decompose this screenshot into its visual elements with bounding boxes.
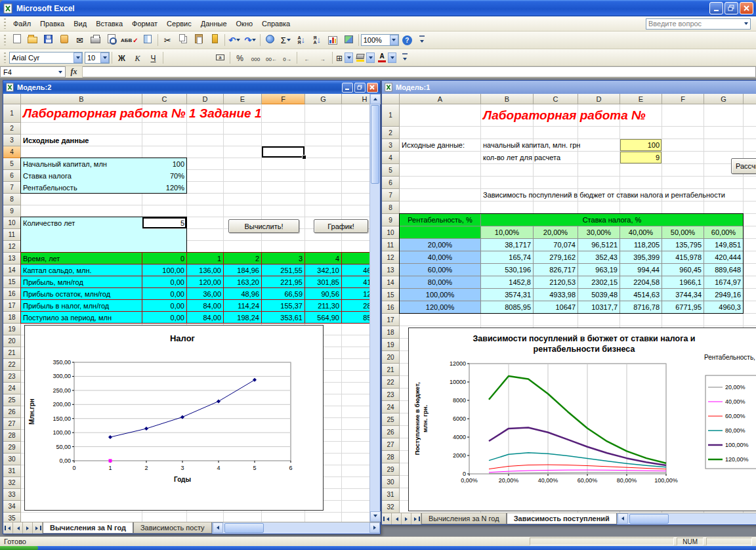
vertical-scrollbar[interactable]	[369, 94, 380, 522]
cell-B17[interactable]	[481, 314, 534, 326]
cell-C18[interactable]: 0,00	[142, 312, 187, 324]
row-header-27[interactable]: 27	[382, 438, 400, 451]
cell-G4[interactable]	[305, 146, 342, 158]
merge-center-button[interactable]: а	[213, 51, 228, 65]
sheet-tab-left-0[interactable]: Вычисления за N год	[43, 522, 133, 534]
insert-hyperlink-button[interactable]	[262, 33, 278, 47]
cell-C15[interactable]: 0,00	[142, 276, 187, 288]
cell-G16[interactable]: 90,56	[305, 288, 342, 300]
row-header-15[interactable]: 15	[382, 289, 400, 301]
cell-G12[interactable]	[305, 241, 342, 253]
cell-G17[interactable]	[704, 314, 744, 326]
cell-E3[interactable]	[224, 135, 262, 146]
cell-B9[interactable]	[21, 205, 142, 217]
print-button[interactable]	[88, 33, 103, 47]
row-header-10[interactable]: 10	[3, 217, 21, 229]
cell-F16[interactable]: 6771,95	[662, 301, 704, 314]
cell-B35[interactable]	[21, 513, 142, 522]
borders-dropdown-icon[interactable]	[345, 53, 353, 63]
cell-B13[interactable]: 530,196	[481, 264, 534, 276]
percent-button[interactable]: %	[232, 51, 247, 65]
cell-B18[interactable]: Поступило за период, млн	[21, 312, 142, 324]
cell-E4[interactable]	[224, 146, 262, 158]
first-sheet-button[interactable]	[382, 513, 392, 524]
sheet-tab-left-1[interactable]: Зависимость посту	[133, 522, 212, 534]
cell-F15[interactable]: 3744,34	[662, 289, 704, 301]
cell-C5[interactable]	[534, 164, 578, 177]
row-header-29[interactable]: 29	[3, 442, 21, 454]
cell-G8[interactable]	[704, 201, 744, 214]
row-header-15[interactable]: 15	[3, 276, 21, 288]
row-header-16[interactable]: 16	[382, 301, 400, 314]
row-header-2[interactable]: 2	[382, 127, 400, 139]
cell-H15[interactable]	[744, 289, 756, 301]
cell-H24[interactable]	[342, 383, 369, 394]
cell-F3[interactable]	[262, 135, 305, 146]
font-color-dropdown-icon[interactable]	[388, 53, 396, 63]
row-header-28[interactable]: 28	[3, 430, 21, 442]
row-header-18[interactable]: 18	[3, 312, 21, 324]
row-header-20[interactable]: 20	[382, 351, 400, 364]
row-header-5[interactable]: 5	[382, 164, 400, 177]
cell-B12[interactable]	[21, 241, 142, 253]
cell-H17[interactable]	[744, 314, 756, 326]
cell-C7[interactable]: 120%	[142, 182, 187, 194]
cell-H20[interactable]	[342, 335, 369, 347]
cell-B1[interactable]: Лабораторная работа № 1 Задание 1	[21, 104, 142, 123]
cell-F4[interactable]	[262, 146, 305, 158]
cell-C14[interactable]: 2120,53	[534, 276, 578, 289]
cell-B15[interactable]: Прибыль, млн/год	[21, 276, 142, 288]
email-button[interactable]: ✉	[72, 33, 87, 47]
cell-E15[interactable]: 4514,63	[620, 289, 662, 301]
next-sheet-button[interactable]	[402, 513, 411, 524]
cell-E2[interactable]	[620, 127, 662, 139]
cell-H28[interactable]	[342, 430, 369, 442]
cut-button[interactable]: ✂	[160, 33, 175, 47]
cell-E6[interactable]	[224, 170, 262, 182]
cell-G17[interactable]: 211,30	[305, 300, 342, 312]
row-header-29[interactable]: 29	[382, 463, 400, 476]
font-name-arrow[interactable]	[74, 53, 82, 63]
cell-D14[interactable]: 136,00	[187, 264, 224, 276]
autosum-button[interactable]: Σ	[278, 33, 293, 47]
permission-button[interactable]	[56, 33, 72, 47]
cell-F1[interactable]	[662, 104, 704, 127]
column-header-B[interactable]: B	[21, 94, 142, 104]
worksheet-model-2[interactable]: BCDEFGH1Лабораторная работа № 1 Задание …	[3, 94, 369, 522]
close-button[interactable]	[740, 2, 753, 14]
cell-B17[interactable]: Прибыль в налог, млн/год	[21, 300, 142, 312]
drawing-button[interactable]	[341, 33, 356, 47]
cell-D2[interactable]	[578, 127, 620, 139]
cell-A13[interactable]: 60,00%	[400, 264, 481, 276]
menu-file[interactable]: Файл	[9, 18, 35, 30]
row-header-4[interactable]: 4	[382, 152, 400, 164]
child-window-titlebar[interactable]: Модель:1	[382, 81, 756, 94]
cell-B8[interactable]	[481, 201, 534, 214]
scroll-left-button[interactable]	[618, 513, 628, 524]
cell-B15[interactable]: 3574,31	[481, 289, 534, 301]
cell-A17[interactable]	[400, 314, 481, 326]
cell-E12[interactable]: 395,399	[620, 251, 662, 264]
cell-D17[interactable]: 84,00	[187, 300, 224, 312]
row-header-9[interactable]: 9	[3, 205, 21, 217]
row-header-28[interactable]: 28	[382, 451, 400, 463]
zoom-dropdown-arrow[interactable]	[390, 35, 398, 45]
cell-H33[interactable]	[342, 489, 369, 501]
vertical-scroll-thumb[interactable]	[371, 105, 379, 184]
row-header-22[interactable]: 22	[382, 376, 400, 389]
cell-A11[interactable]: 20,00%	[400, 239, 481, 251]
menu-insert[interactable]: Вставка	[91, 18, 127, 30]
graph-button[interactable]: График!	[314, 219, 368, 233]
cell-B12[interactable]: 165,74	[481, 251, 534, 264]
cell-E15[interactable]: 163,20	[224, 276, 262, 288]
cell-E10[interactable]: 40,00%	[620, 226, 662, 239]
font-size-combobox[interactable]: 10	[85, 52, 110, 64]
cell-H6[interactable]	[744, 177, 756, 189]
row-header-9[interactable]: 9	[382, 214, 400, 226]
cell-A10[interactable]	[400, 226, 481, 239]
cell-F7[interactable]	[262, 182, 305, 194]
cell-H8[interactable]	[342, 194, 369, 205]
row-header-8[interactable]: 8	[3, 194, 21, 205]
font-color-button[interactable]: А	[377, 51, 398, 65]
horizontal-scrollbar[interactable]	[212, 522, 380, 534]
